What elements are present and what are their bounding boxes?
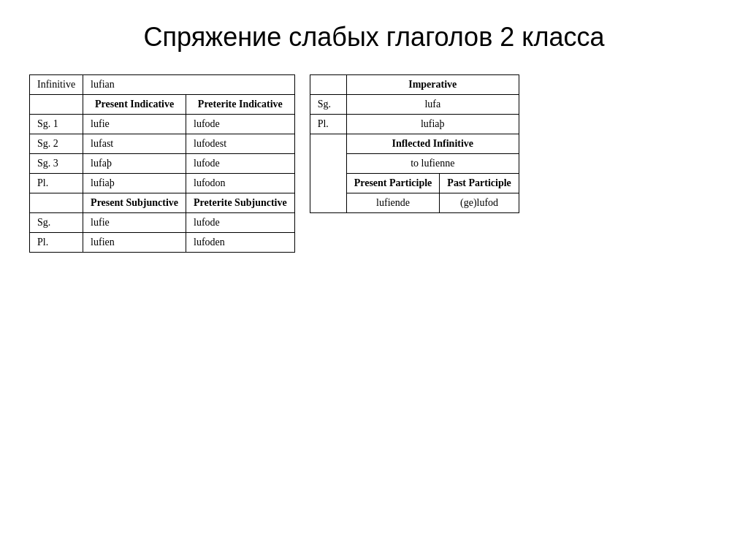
present-cell: lufast (83, 134, 186, 154)
indicative-header-row: Present Indicative Preterite Indicative (30, 95, 295, 115)
infinitive-value: lufian (83, 75, 295, 95)
empty-subj-cell (30, 193, 83, 213)
subjunctive-header-row: Present Subjunctive Preterite Subjunctiv… (30, 193, 295, 213)
present-cell: lufaþ (83, 154, 186, 174)
right-table: Imperative Sg. lufa Pl. lufiaþ Inflected… (310, 74, 519, 213)
inflected-infinitive-value-row: to lufienne (310, 154, 519, 174)
preterite-subjunctive-header: Preterite Subjunctive (186, 193, 295, 213)
imperative-header: Imperative (346, 75, 519, 95)
preterite-cell: lufodon (186, 174, 295, 193)
row-label: Sg. (30, 213, 83, 233)
page-title: Спряжение слабых глаголов 2 класса (29, 22, 719, 53)
participle-header-row: Present Participle Past Participle (310, 174, 519, 193)
present-indicative-header: Present Indicative (83, 95, 186, 115)
preterite-cell: lufodest (186, 134, 295, 154)
tables-container: Infinitive lufian Present Indicative Pre… (29, 74, 719, 253)
infinitive-label: Infinitive (30, 75, 83, 95)
inflected-infinitive-header: Inflected Infinitive (346, 134, 519, 154)
present-cell: lufiaþ (83, 174, 186, 193)
row-label: Sg. 1 (30, 115, 83, 134)
inflected-infinitive-header-row: Inflected Infinitive (310, 134, 519, 154)
empty-inf-label (310, 134, 346, 154)
participle-value-row: lufiende (ge)lufod (310, 193, 519, 213)
table-row: Pl. lufien lufoden (30, 233, 295, 253)
present-subjunctive-header: Present Subjunctive (83, 193, 186, 213)
imperative-header-row: Imperative (310, 75, 519, 95)
present-cell: lufie (83, 115, 186, 134)
imperative-pl-label: Pl. (310, 115, 346, 134)
imperative-sg-value: lufa (346, 95, 519, 115)
infinitive-row: Infinitive lufian (30, 75, 295, 95)
empty-part-val-label (310, 193, 346, 213)
empty-header-cell (30, 95, 83, 115)
row-label: Pl. (30, 233, 83, 253)
imperative-sg-row: Sg. lufa (310, 95, 519, 115)
table-row: Sg. 3 lufaþ lufode (30, 154, 295, 174)
present-participle-header: Present Participle (346, 174, 440, 193)
imperative-sg-label: Sg. (310, 95, 346, 115)
past-participle-value: (ge)lufod (440, 193, 519, 213)
imperative-pl-row: Pl. lufiaþ (310, 115, 519, 134)
past-participle-header: Past Participle (440, 174, 519, 193)
table-row: Sg. lufie lufode (30, 213, 295, 233)
right-table-wrapper: Imperative Sg. lufa Pl. lufiaþ Inflected… (310, 74, 519, 213)
row-label: Sg. 2 (30, 134, 83, 154)
empty-right-label (310, 75, 346, 95)
preterite-indicative-header: Preterite Indicative (186, 95, 295, 115)
row-label: Sg. 3 (30, 154, 83, 174)
empty-inf-val-label (310, 154, 346, 174)
table-row: Sg. 2 lufast lufodest (30, 134, 295, 154)
inflected-infinitive-value: to lufienne (346, 154, 519, 174)
present-cell: lufien (83, 233, 186, 253)
empty-part-label (310, 174, 346, 193)
row-label: Pl. (30, 174, 83, 193)
table-row: Pl. lufiaþ lufodon (30, 174, 295, 193)
imperative-pl-value: lufiaþ (346, 115, 519, 134)
left-table: Infinitive lufian Present Indicative Pre… (29, 74, 295, 253)
preterite-cell: lufoden (186, 233, 295, 253)
present-cell: lufie (83, 213, 186, 233)
preterite-cell: lufode (186, 213, 295, 233)
preterite-cell: lufode (186, 115, 295, 134)
preterite-cell: lufode (186, 154, 295, 174)
table-row: Sg. 1 lufie lufode (30, 115, 295, 134)
present-participle-value: lufiende (346, 193, 440, 213)
left-table-wrapper: Infinitive lufian Present Indicative Pre… (29, 74, 295, 253)
